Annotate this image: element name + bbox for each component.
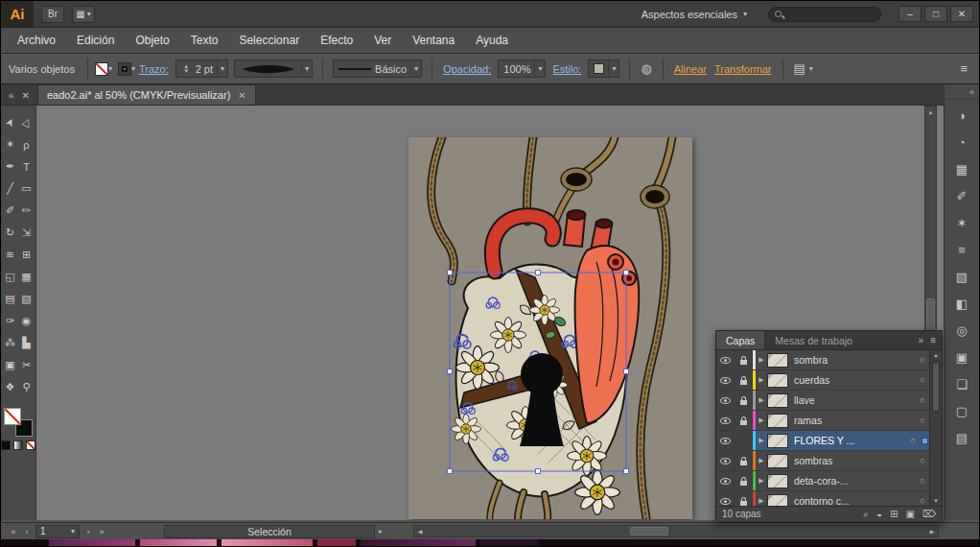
layer-row-llave[interactable]: ▶ llave ○ xyxy=(716,391,942,411)
menu-objeto[interactable]: Objeto xyxy=(125,34,179,47)
brushes-panel-icon[interactable]: ✐ xyxy=(949,184,975,207)
stepper-icon[interactable]: ▲▼ xyxy=(181,60,192,78)
menu-seleccionar[interactable]: Seleccionar xyxy=(228,34,310,47)
symbol-sprayer-tool[interactable]: ⁂ xyxy=(2,332,18,354)
menu-ventana[interactable]: Ventana xyxy=(402,34,465,47)
libraries-panel-icon[interactable]: ▤ xyxy=(949,426,975,449)
visibility-toggle[interactable] xyxy=(716,370,735,390)
color-guide-panel-icon[interactable]: ◔ xyxy=(949,131,975,154)
chevron-down-icon[interactable]: ▾ xyxy=(131,64,135,73)
none-mode-button[interactable] xyxy=(26,440,35,450)
layer-name[interactable]: llave xyxy=(794,394,917,406)
expand-arrow-icon[interactable]: ▶ xyxy=(756,457,767,464)
artboard-tool[interactable]: ▣ xyxy=(2,354,18,376)
blend-tool[interactable]: ◉ xyxy=(18,310,35,332)
layer-thumbnail[interactable] xyxy=(767,474,788,488)
new-layer-icon[interactable]: ▣ xyxy=(905,509,914,520)
graphic-styles-panel-icon[interactable]: ▣ xyxy=(949,345,975,369)
layer-thumbnail[interactable] xyxy=(767,393,788,408)
transparency-panel-icon[interactable]: ◧ xyxy=(949,292,975,315)
color-panel-icon[interactable]: ◑ xyxy=(949,104,975,127)
lock-toggle[interactable] xyxy=(735,350,753,369)
pencil-tool[interactable]: ✏ xyxy=(18,200,35,222)
layer-thumbnail[interactable] xyxy=(767,454,788,468)
layer-name[interactable]: sombras xyxy=(794,455,917,466)
stroke-panel-icon[interactable]: ≡ xyxy=(949,238,975,261)
scroll-up-icon[interactable]: ▲ xyxy=(930,350,942,360)
tab-capas[interactable]: Capas xyxy=(716,331,765,349)
swatches-panel-icon[interactable]: ▦ xyxy=(949,157,975,180)
target-circle-icon[interactable]: ○ xyxy=(917,496,928,506)
layer-thumbnail[interactable] xyxy=(767,434,788,448)
horizontal-scroll-thumb[interactable] xyxy=(630,527,668,535)
target-circle-icon[interactable]: ○ xyxy=(917,416,928,425)
status-popup-icon[interactable]: ▸ xyxy=(375,525,386,537)
rectangle-tool[interactable]: ▭ xyxy=(18,178,35,200)
layer-row-cuerdas[interactable]: ▶ cuerdas ○ xyxy=(716,370,942,391)
expand-arrow-icon[interactable]: ▶ xyxy=(756,437,767,444)
stroke-width-combo[interactable]: ▲▼ 2 pt ▾ xyxy=(175,59,228,78)
selection-handle[interactable] xyxy=(624,469,629,474)
brush-definition-combo[interactable]: Básico ▾ xyxy=(333,59,422,78)
scroll-right-icon[interactable]: ▶ xyxy=(926,526,938,536)
chevron-down-icon[interactable]: ▾ xyxy=(809,64,813,73)
lock-toggle[interactable] xyxy=(735,411,753,430)
layer-thumbnail[interactable] xyxy=(767,353,788,368)
target-circle-icon[interactable]: ○ xyxy=(917,375,928,385)
layer-row-flores[interactable]: ▶ FLORES Y ... ○ xyxy=(716,431,942,451)
selection-handle[interactable] xyxy=(624,369,629,374)
gradient-panel-icon[interactable]: ▧ xyxy=(949,265,975,288)
mesh-tool[interactable]: ▤ xyxy=(2,288,18,310)
lock-toggle[interactable] xyxy=(735,431,753,450)
align-link[interactable]: Alinear xyxy=(674,63,707,75)
menu-texto[interactable]: Texto xyxy=(180,34,229,47)
target-circle-icon[interactable]: ○ xyxy=(917,456,928,465)
selection-handle[interactable] xyxy=(536,271,541,275)
width-tool[interactable]: ≋ xyxy=(2,244,18,266)
scroll-down-icon[interactable]: ▼ xyxy=(930,496,942,506)
opacity-link[interactable]: Opacidad: xyxy=(443,63,491,75)
taskbar-app-thumbnail[interactable] xyxy=(480,539,538,547)
gradient-mode-button[interactable] xyxy=(13,440,23,450)
layer-name[interactable]: sombra xyxy=(794,354,917,366)
close-button[interactable]: ✕ xyxy=(950,6,973,22)
artboards-panel-icon[interactable]: ▢ xyxy=(949,399,975,422)
type-tool[interactable]: T xyxy=(18,155,35,178)
gradient-tool[interactable]: ▧ xyxy=(18,288,35,310)
line-segment-tool[interactable]: ╱ xyxy=(2,178,18,200)
expand-arrow-icon[interactable]: ▶ xyxy=(756,416,767,424)
layer-row-contorno[interactable]: ▶ contorno c... ○ xyxy=(716,491,942,506)
layer-name[interactable]: cuerdas xyxy=(794,374,917,386)
taskbar-app-thumbnail[interactable] xyxy=(49,539,135,547)
lock-toggle[interactable] xyxy=(735,391,753,410)
taskbar-app-thumbnail[interactable] xyxy=(361,539,476,547)
lasso-tool[interactable]: ρ xyxy=(18,133,35,155)
width-profile-combo[interactable]: ▾ xyxy=(234,59,313,78)
expand-arrow-icon[interactable]: ▶ xyxy=(756,356,767,364)
selection-handle[interactable] xyxy=(536,469,541,474)
layer-name[interactable]: deta-cora-... xyxy=(794,475,917,487)
free-transform-tool[interactable]: ⊞ xyxy=(18,244,35,266)
target-circle-icon[interactable]: ○ xyxy=(917,355,928,365)
layers-panel-icon[interactable]: ❏ xyxy=(949,372,975,395)
symbols-panel-icon[interactable]: ✶ xyxy=(949,211,975,234)
horizontal-scrollbar[interactable]: ◀ ▶ xyxy=(413,525,939,537)
style-link[interactable]: Estilo: xyxy=(552,63,581,75)
target-circle-icon[interactable]: ○ xyxy=(917,395,928,405)
opacity-combo[interactable]: 100% ▾ xyxy=(498,59,546,78)
panel-expand-icon[interactable]: » xyxy=(919,335,924,345)
delete-layer-icon[interactable]: ⌦ xyxy=(922,509,936,520)
zoom-tool[interactable]: ⚲ xyxy=(18,376,35,398)
arrange-documents-button[interactable]: ▦ ▾ xyxy=(72,6,95,23)
magic-wand-tool[interactable]: ✶ xyxy=(2,133,18,155)
menu-ver[interactable]: Ver xyxy=(363,34,402,47)
layer-row-ramas[interactable]: ▶ ramas ○ xyxy=(716,411,942,431)
windows-taskbar[interactable] xyxy=(1,539,979,547)
visibility-toggle[interactable] xyxy=(716,350,735,369)
artboard[interactable] xyxy=(408,137,692,519)
taskbar-app-thumbnail[interactable] xyxy=(222,539,313,547)
scroll-left-icon[interactable]: ◀ xyxy=(414,526,426,536)
appearance-panel-icon[interactable]: ◎ xyxy=(949,319,975,342)
control-panel-menu-icon[interactable]: ≡ xyxy=(960,61,968,76)
panel-collapse-icon[interactable]: « xyxy=(9,90,14,101)
